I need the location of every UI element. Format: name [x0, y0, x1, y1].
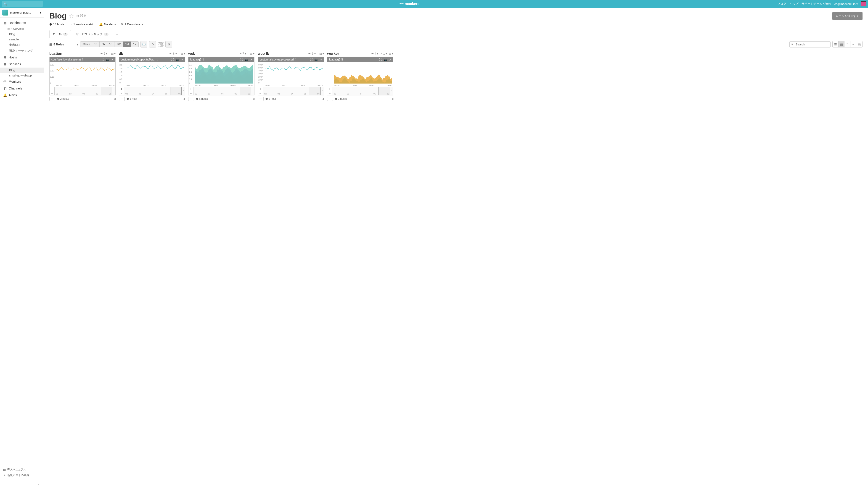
auto-toggle[interactable]: AUTO [158, 42, 163, 47]
tab-add[interactable]: ＋ [113, 30, 121, 38]
nav-dashboards[interactable]: ▦Dashboards [0, 20, 43, 26]
metric-name[interactable]: cpu.{user,iowait,system} ⇅ [52, 58, 100, 61]
view-grid[interactable]: ▦ [839, 41, 844, 47]
view-compact[interactable]: ≡ [850, 41, 856, 47]
nav-dash-overview[interactable]: ▦Overview [0, 26, 43, 32]
zoom-in[interactable]: + [119, 87, 124, 91]
watch-count[interactable]: 👁 7 ▾ [239, 52, 246, 55]
role-name-bastion[interactable]: bastion [49, 52, 62, 56]
drag-handle[interactable]: ⋮ [182, 87, 185, 95]
role-extra[interactable]: ✕ 1 ▾ [380, 52, 387, 55]
watch-count[interactable]: 👁 5 ▾ [100, 52, 107, 55]
share-icon[interactable]: ↗ [319, 58, 322, 61]
camera-icon[interactable]: 📷 [384, 58, 387, 61]
star-icon[interactable]: ☆ [69, 13, 74, 19]
topbar-user[interactable]: cs@mackerel.io ▾ [834, 2, 858, 6]
role-name-db[interactable]: db [119, 52, 123, 56]
org-selector[interactable]: mackerel-bizd... ▾ [0, 8, 43, 18]
hosts-count[interactable]: ⬢ 1 host [127, 97, 137, 100]
watch-count[interactable]: 👁 9 ▾ [308, 52, 315, 55]
collapse-icon[interactable]: ← [37, 482, 40, 486]
zoom-out[interactable]: − [258, 91, 263, 95]
drag-handle[interactable]: ⋮ [320, 87, 324, 95]
zoom-out[interactable]: − [119, 91, 124, 95]
nav-hosts[interactable]: ⬢Hosts [0, 54, 43, 61]
drag-handle[interactable]: ⋮ [251, 87, 254, 95]
summary-downtime[interactable]: ✕1 Downtime ▾ [121, 23, 143, 26]
nav-dash-blog[interactable]: Blog [0, 32, 43, 37]
share-icon[interactable]: ↗ [250, 58, 252, 61]
overview-chart[interactable]: 0203040506⋮ [124, 87, 185, 95]
role-name-worker[interactable]: worker [327, 52, 339, 56]
drag-handle[interactable]: ⋮ [390, 87, 393, 95]
camera-icon[interactable]: 📷 [245, 58, 248, 61]
hosts-count[interactable]: ⬢ 1 host [266, 97, 276, 100]
overview-chart[interactable]: 0203040506⋮ [193, 87, 254, 95]
nav-monitors[interactable]: 👁Monitors [0, 78, 43, 85]
zoom-in[interactable]: + [258, 87, 263, 91]
zoom-in[interactable]: + [50, 87, 54, 91]
more-button[interactable]: ⋯ [258, 97, 264, 101]
collapse-arrow[interactable]: ◀ [252, 97, 254, 100]
view-list[interactable]: ☰ [833, 41, 839, 47]
overview-chart[interactable]: 0203040506⋮ [263, 87, 324, 95]
hosts-count[interactable]: ⬢ 2 hosts [57, 97, 69, 100]
clock-button[interactable]: 🕐 [141, 41, 147, 47]
range-1d[interactable]: 1d [107, 41, 115, 47]
camera-icon[interactable]: 📷 [314, 58, 318, 61]
watch-count[interactable]: 👁 4 ▾ [371, 52, 378, 55]
note-icon[interactable]: ▤ ▾ [250, 52, 254, 55]
range-30min[interactable]: 30min [81, 41, 92, 47]
range-1W[interactable]: 1W [115, 41, 123, 47]
range-6h[interactable]: 6h [100, 41, 107, 47]
summary-alerts[interactable]: 🔔No alerts [99, 23, 116, 26]
nav-dash-refurl[interactable]: 参考URL [0, 42, 43, 48]
sidebar-new-host[interactable]: ＋新規ホストの登録 [3, 473, 40, 478]
role-name-web-lb[interactable]: web-lb [258, 52, 269, 56]
collapse-arrow[interactable]: ◀ [114, 97, 116, 100]
search-input[interactable] [789, 41, 831, 47]
metric-name[interactable]: custom.mysql.capacity.Per... ⇅ [121, 58, 169, 61]
summary-hosts[interactable]: ⬢14 hosts [49, 23, 64, 26]
range-1h[interactable]: 1h [92, 41, 100, 47]
roles-dropdown[interactable]: ▤5 Roles▾ [49, 43, 79, 46]
refresh-button[interactable]: ↻ [149, 41, 156, 47]
overview-chart[interactable]: 0203040506⋮ [332, 87, 393, 95]
settings-link[interactable]: ⚙設定 [76, 14, 87, 18]
camera-icon[interactable]: 📷 [176, 58, 179, 61]
metric-name[interactable]: loadavg5 ⇅ [190, 58, 239, 61]
metric-name[interactable]: loadavg5 ⇅ [329, 58, 378, 61]
collapse-arrow[interactable]: ◀ [183, 97, 185, 100]
zoom-out[interactable]: − [327, 91, 332, 95]
overview-chart[interactable]: 0203040506⋮ [55, 87, 115, 95]
note-icon[interactable]: ▤ ▾ [319, 52, 324, 55]
zoom-out[interactable]: − [188, 91, 193, 95]
share-icon[interactable]: ↗ [181, 58, 183, 61]
camera-icon[interactable]: 📷 [106, 58, 110, 61]
share-icon[interactable]: ↗ [389, 58, 391, 61]
summary-metric[interactable]: 〰1 service metric [69, 23, 94, 26]
tab-roles[interactable]: ロール5 [49, 30, 71, 38]
drag-handle[interactable]: ⋮ [112, 87, 115, 95]
expand-icon[interactable]: ⛶ [379, 58, 382, 61]
expand-icon[interactable]: ⛶ [240, 58, 243, 61]
more-button[interactable]: ⋯ [188, 97, 194, 101]
sidebar-manual[interactable]: ▤導入マニュアル [3, 467, 40, 473]
view-bars[interactable]: ▤ [856, 41, 862, 47]
tab-service-metrics[interactable]: サービスメトリック1 [72, 30, 112, 38]
nav-service-small-go[interactable]: small-go-webapp [0, 73, 43, 78]
nav-dash-sample[interactable]: sample [0, 37, 43, 42]
more-button[interactable]: ⋯ [119, 97, 125, 101]
range-1Y[interactable]: 1Y [131, 41, 138, 47]
collapse-arrow[interactable]: ◀ [391, 97, 393, 100]
nav-service-blog[interactable]: Blog [0, 68, 43, 73]
range-1M[interactable]: 1M [123, 41, 131, 47]
note-icon[interactable]: ▤ ▾ [181, 52, 185, 55]
global-search[interactable]: 🔍 [2, 1, 43, 7]
topbar-link-blog[interactable]: ブログ [777, 2, 786, 6]
avatar[interactable] [861, 1, 866, 6]
nav-services[interactable]: ⬣Services [0, 61, 43, 68]
share-icon[interactable]: ↗ [111, 58, 114, 61]
note-icon[interactable]: ▤ ▾ [111, 52, 116, 55]
more-icon[interactable]: ⋯ [3, 482, 6, 486]
